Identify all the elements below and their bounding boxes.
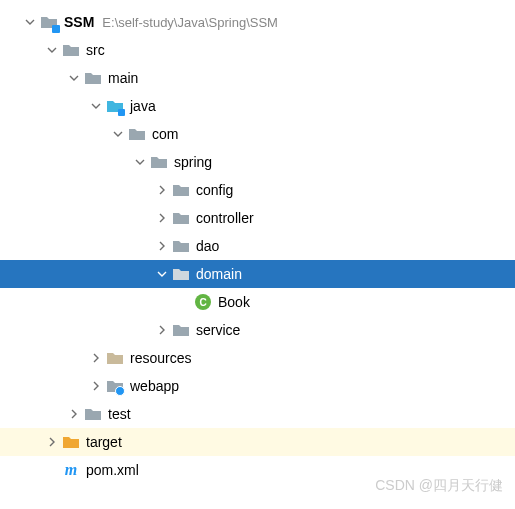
java-class-icon: C — [194, 293, 212, 311]
package-icon — [172, 237, 190, 255]
chevron-right-icon[interactable] — [154, 210, 170, 226]
tree-item-service[interactable]: service — [0, 316, 515, 344]
root-path: E:\self-study\Java\Spring\SSM — [102, 15, 278, 30]
tree-item-resources[interactable]: resources — [0, 344, 515, 372]
folder-icon — [62, 41, 80, 59]
chevron-right-icon[interactable] — [66, 406, 82, 422]
tree-item-target[interactable]: target — [0, 428, 515, 456]
tree-label: resources — [130, 350, 191, 366]
tree-label: Book — [218, 294, 250, 310]
chevron-down-icon[interactable] — [88, 98, 104, 114]
tree-item-domain[interactable]: domain — [0, 260, 515, 288]
package-icon — [172, 181, 190, 199]
excluded-folder-icon — [62, 433, 80, 451]
chevron-right-icon[interactable] — [154, 238, 170, 254]
tree-label: dao — [196, 238, 219, 254]
watermark: CSDN @四月天行健 — [375, 477, 503, 495]
tree-label: controller — [196, 210, 254, 226]
tree-item-src[interactable]: src — [0, 36, 515, 64]
tree-item-com[interactable]: com — [0, 120, 515, 148]
package-icon — [172, 265, 190, 283]
chevron-down-icon[interactable] — [66, 70, 82, 86]
project-tree[interactable]: SSM E:\self-study\Java\Spring\SSM src ma… — [0, 0, 515, 484]
chevron-right-icon[interactable] — [154, 182, 170, 198]
tree-item-dao[interactable]: dao — [0, 232, 515, 260]
java-source-folder-icon — [106, 97, 124, 115]
tree-item-webapp[interactable]: webapp — [0, 372, 515, 400]
root-name: SSM — [64, 14, 94, 30]
tree-label: webapp — [130, 378, 179, 394]
chevron-down-icon[interactable] — [44, 42, 60, 58]
tree-item-book[interactable]: C Book — [0, 288, 515, 316]
tree-root[interactable]: SSM E:\self-study\Java\Spring\SSM — [0, 8, 515, 36]
chevron-down-icon[interactable] — [110, 126, 126, 142]
tree-label: pom.xml — [86, 462, 139, 478]
package-icon — [150, 153, 168, 171]
chevron-down-icon[interactable] — [22, 14, 38, 30]
tree-item-main[interactable]: main — [0, 64, 515, 92]
folder-icon — [84, 405, 102, 423]
tree-label: config — [196, 182, 233, 198]
tree-item-spring[interactable]: spring — [0, 148, 515, 176]
tree-label: test — [108, 406, 131, 422]
module-folder-icon — [40, 13, 58, 31]
maven-file-icon: m — [62, 461, 80, 479]
tree-item-config[interactable]: config — [0, 176, 515, 204]
tree-label: com — [152, 126, 178, 142]
tree-label: spring — [174, 154, 212, 170]
tree-label: service — [196, 322, 240, 338]
tree-item-test[interactable]: test — [0, 400, 515, 428]
package-icon — [128, 125, 146, 143]
tree-item-java[interactable]: java — [0, 92, 515, 120]
chevron-right-icon[interactable] — [154, 322, 170, 338]
chevron-right-icon[interactable] — [44, 434, 60, 450]
resources-folder-icon — [106, 349, 124, 367]
chevron-right-icon[interactable] — [88, 378, 104, 394]
tree-label: src — [86, 42, 105, 58]
package-icon — [172, 321, 190, 339]
tree-label: target — [86, 434, 122, 450]
chevron-right-icon[interactable] — [88, 350, 104, 366]
folder-icon — [84, 69, 102, 87]
tree-label: domain — [196, 266, 242, 282]
chevron-down-icon[interactable] — [154, 266, 170, 282]
tree-label: main — [108, 70, 138, 86]
tree-item-controller[interactable]: controller — [0, 204, 515, 232]
package-icon — [172, 209, 190, 227]
webapp-folder-icon — [106, 377, 124, 395]
tree-label: java — [130, 98, 156, 114]
chevron-down-icon[interactable] — [132, 154, 148, 170]
